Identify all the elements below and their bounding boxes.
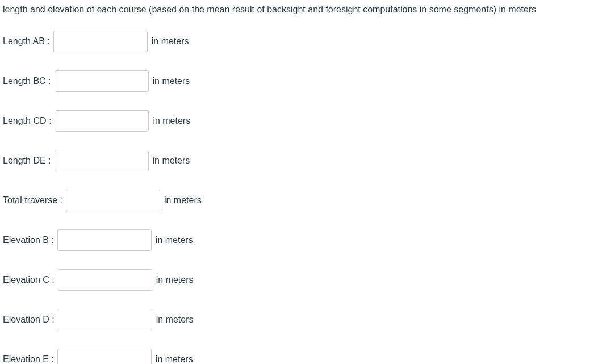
field-row-elevation-c: Elevation C : in meters [3, 269, 595, 291]
field-row-elevation-b: Elevation B : in meters [3, 229, 595, 251]
unit-elevation-b: in meters [156, 235, 193, 245]
field-row-elevation-d: Elevation D : in meters [3, 309, 595, 330]
label-elevation-b: Elevation B : [3, 235, 54, 245]
unit-elevation-c: in meters [156, 275, 194, 285]
unit-elevation-d: in meters [156, 315, 194, 325]
input-elevation-e[interactable] [57, 349, 152, 364]
unit-length-bc: in meters [153, 76, 190, 86]
header-description: length and elevation of each course (bas… [3, 5, 595, 15]
label-elevation-e: Elevation E : [3, 354, 54, 364]
field-row-elevation-e: Elevation E : in meters [3, 349, 595, 364]
field-row-length-de: Length DE : in meters [3, 150, 595, 171]
unit-length-de: in meters [153, 156, 190, 166]
field-row-total-traverse: Total traverse : in meters [3, 190, 595, 211]
unit-elevation-e: in meters [156, 354, 193, 364]
input-total-traverse[interactable] [66, 190, 160, 211]
label-total-traverse: Total traverse : [3, 195, 62, 206]
unit-total-traverse: in meters [164, 195, 202, 206]
input-elevation-d[interactable] [58, 309, 152, 330]
unit-length-cd: in meters [153, 116, 190, 126]
label-length-ab: Length AB : [3, 36, 50, 47]
label-length-de: Length DE : [3, 156, 51, 166]
input-length-bc[interactable] [55, 70, 149, 92]
field-row-length-bc: Length BC : in meters [3, 70, 595, 92]
label-elevation-c: Elevation C : [3, 275, 55, 285]
input-length-de[interactable] [55, 150, 149, 171]
unit-length-ab: in meters [152, 36, 189, 47]
input-elevation-c[interactable] [58, 269, 152, 291]
input-elevation-b[interactable] [57, 229, 152, 251]
label-elevation-d: Elevation D : [3, 315, 55, 325]
input-length-cd[interactable] [55, 110, 149, 132]
label-length-bc: Length BC : [3, 76, 51, 86]
input-length-ab[interactable] [53, 31, 148, 52]
label-length-cd: Length CD : [3, 116, 51, 126]
field-row-length-cd: Length CD : in meters [3, 110, 595, 132]
field-row-length-ab: Length AB : in meters [3, 31, 595, 52]
